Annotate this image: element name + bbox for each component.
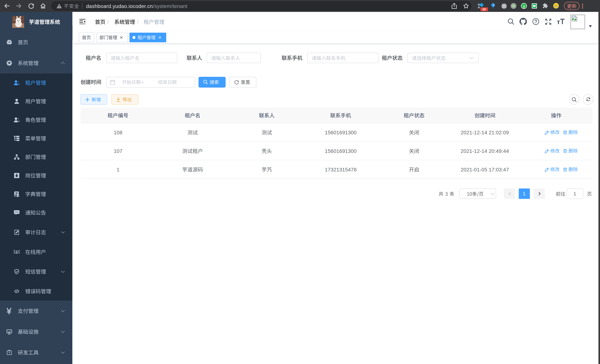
svg-text:y: y <box>523 4 525 8</box>
